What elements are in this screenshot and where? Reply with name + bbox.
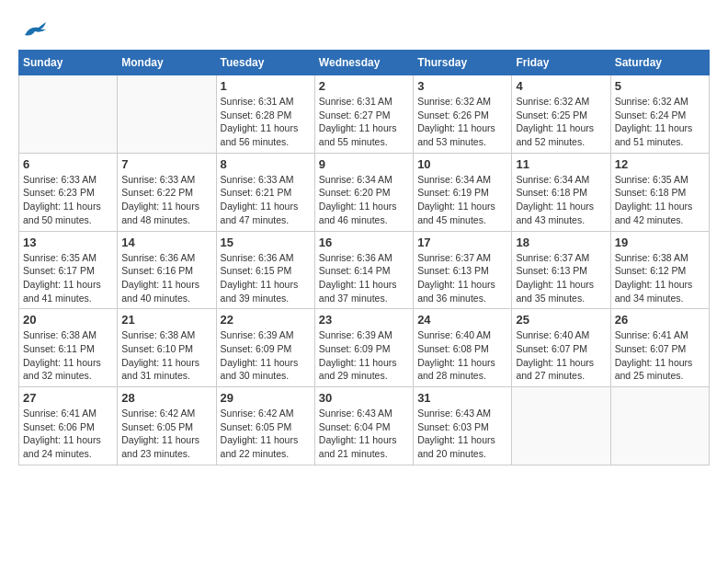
calendar-cell: 19Sunrise: 6:38 AMSunset: 6:12 PMDayligh… <box>610 231 709 309</box>
calendar-cell: 8Sunrise: 6:33 AMSunset: 6:21 PMDaylight… <box>216 153 314 231</box>
page-header <box>18 18 710 40</box>
day-number: 17 <box>417 236 507 249</box>
calendar-cell: 12Sunrise: 6:35 AMSunset: 6:18 PMDayligh… <box>610 153 709 231</box>
day-info: Sunrise: 6:31 AMSunset: 6:27 PMDaylight:… <box>319 95 409 149</box>
day-number: 29 <box>221 391 311 405</box>
day-info: Sunrise: 6:37 AMSunset: 6:13 PMDaylight:… <box>516 251 606 305</box>
day-info: Sunrise: 6:34 AMSunset: 6:20 PMDaylight:… <box>319 173 409 227</box>
day-info: Sunrise: 6:35 AMSunset: 6:18 PMDaylight:… <box>615 173 705 227</box>
calendar-cell <box>610 387 709 465</box>
calendar-cell: 13Sunrise: 6:35 AMSunset: 6:17 PMDayligh… <box>19 231 118 309</box>
calendar-cell: 27Sunrise: 6:41 AMSunset: 6:06 PMDayligh… <box>19 387 118 465</box>
day-info: Sunrise: 6:42 AMSunset: 6:05 PMDaylight:… <box>121 407 211 461</box>
calendar-cell: 23Sunrise: 6:39 AMSunset: 6:09 PMDayligh… <box>314 309 413 387</box>
calendar-cell: 22Sunrise: 6:39 AMSunset: 6:09 PMDayligh… <box>216 309 314 387</box>
day-number: 11 <box>516 157 606 171</box>
calendar-cell: 4Sunrise: 6:32 AMSunset: 6:25 PMDaylight… <box>512 75 610 154</box>
calendar-cell: 30Sunrise: 6:43 AMSunset: 6:04 PMDayligh… <box>314 387 413 465</box>
calendar-cell: 25Sunrise: 6:40 AMSunset: 6:07 PMDayligh… <box>512 309 610 387</box>
calendar-cell: 3Sunrise: 6:32 AMSunset: 6:26 PMDaylight… <box>414 75 512 154</box>
day-info: Sunrise: 6:33 AMSunset: 6:23 PMDaylight:… <box>23 173 113 227</box>
calendar-week-3: 13Sunrise: 6:35 AMSunset: 6:17 PMDayligh… <box>19 231 710 309</box>
day-number: 5 <box>615 79 705 93</box>
day-info: Sunrise: 6:38 AMSunset: 6:10 PMDaylight:… <box>121 328 211 383</box>
day-info: Sunrise: 6:42 AMSunset: 6:05 PMDaylight:… <box>221 407 311 461</box>
day-number: 24 <box>417 313 507 327</box>
calendar-cell: 24Sunrise: 6:40 AMSunset: 6:08 PMDayligh… <box>414 309 512 387</box>
day-number: 13 <box>23 236 113 249</box>
weekday-header-row: SundayMondayTuesdayWednesdayThursdayFrid… <box>19 51 710 75</box>
weekday-header-tuesday: Tuesday <box>216 51 314 75</box>
day-number: 12 <box>615 157 705 171</box>
weekday-header-monday: Monday <box>118 51 216 75</box>
day-info: Sunrise: 6:33 AMSunset: 6:22 PMDaylight:… <box>121 173 211 227</box>
day-number: 1 <box>221 79 311 93</box>
calendar-cell <box>118 75 216 154</box>
day-info: Sunrise: 6:41 AMSunset: 6:06 PMDaylight:… <box>23 407 113 461</box>
calendar-cell: 5Sunrise: 6:32 AMSunset: 6:24 PMDaylight… <box>610 75 709 154</box>
calendar-cell: 26Sunrise: 6:41 AMSunset: 6:07 PMDayligh… <box>610 309 709 387</box>
day-number: 31 <box>417 391 507 405</box>
logo <box>18 18 48 40</box>
calendar-cell: 17Sunrise: 6:37 AMSunset: 6:13 PMDayligh… <box>414 231 512 309</box>
day-number: 21 <box>121 313 211 327</box>
calendar-cell: 9Sunrise: 6:34 AMSunset: 6:20 PMDaylight… <box>314 153 413 231</box>
day-info: Sunrise: 6:33 AMSunset: 6:21 PMDaylight:… <box>221 173 311 227</box>
calendar-cell: 6Sunrise: 6:33 AMSunset: 6:23 PMDaylight… <box>19 153 118 231</box>
day-number: 28 <box>121 391 211 405</box>
day-number: 8 <box>221 157 311 171</box>
day-number: 6 <box>23 157 113 171</box>
calendar-cell: 18Sunrise: 6:37 AMSunset: 6:13 PMDayligh… <box>512 231 610 309</box>
calendar-cell: 21Sunrise: 6:38 AMSunset: 6:10 PMDayligh… <box>118 309 216 387</box>
calendar-cell: 7Sunrise: 6:33 AMSunset: 6:22 PMDaylight… <box>118 153 216 231</box>
calendar-cell: 10Sunrise: 6:34 AMSunset: 6:19 PMDayligh… <box>414 153 512 231</box>
day-info: Sunrise: 6:32 AMSunset: 6:24 PMDaylight:… <box>615 95 705 149</box>
day-number: 9 <box>319 157 409 171</box>
day-info: Sunrise: 6:32 AMSunset: 6:25 PMDaylight:… <box>516 95 606 149</box>
weekday-header-saturday: Saturday <box>610 51 709 75</box>
day-info: Sunrise: 6:40 AMSunset: 6:08 PMDaylight:… <box>417 328 507 383</box>
logo-bird-icon <box>20 18 48 40</box>
day-number: 27 <box>23 391 113 405</box>
calendar-cell <box>19 75 118 154</box>
day-number: 14 <box>121 236 211 249</box>
calendar-cell: 14Sunrise: 6:36 AMSunset: 6:16 PMDayligh… <box>118 231 216 309</box>
calendar-cell: 31Sunrise: 6:43 AMSunset: 6:03 PMDayligh… <box>414 387 512 465</box>
day-info: Sunrise: 6:43 AMSunset: 6:03 PMDaylight:… <box>417 407 507 461</box>
day-info: Sunrise: 6:31 AMSunset: 6:28 PMDaylight:… <box>221 95 311 149</box>
day-number: 10 <box>417 157 507 171</box>
calendar-week-4: 20Sunrise: 6:38 AMSunset: 6:11 PMDayligh… <box>19 309 710 387</box>
day-info: Sunrise: 6:39 AMSunset: 6:09 PMDaylight:… <box>221 328 311 383</box>
day-number: 2 <box>319 79 409 93</box>
day-number: 4 <box>516 79 606 93</box>
weekday-header-sunday: Sunday <box>19 51 118 75</box>
calendar-cell: 1Sunrise: 6:31 AMSunset: 6:28 PMDaylight… <box>216 75 314 154</box>
calendar-week-2: 6Sunrise: 6:33 AMSunset: 6:23 PMDaylight… <box>19 153 710 231</box>
day-number: 19 <box>615 236 705 249</box>
calendar-table: SundayMondayTuesdayWednesdayThursdayFrid… <box>18 50 710 465</box>
calendar-week-5: 27Sunrise: 6:41 AMSunset: 6:06 PMDayligh… <box>19 387 710 465</box>
weekday-header-thursday: Thursday <box>414 51 512 75</box>
calendar-week-1: 1Sunrise: 6:31 AMSunset: 6:28 PMDaylight… <box>19 75 710 154</box>
day-info: Sunrise: 6:38 AMSunset: 6:12 PMDaylight:… <box>615 251 705 305</box>
day-info: Sunrise: 6:41 AMSunset: 6:07 PMDaylight:… <box>615 328 705 383</box>
day-number: 16 <box>319 236 409 249</box>
day-info: Sunrise: 6:43 AMSunset: 6:04 PMDaylight:… <box>319 407 409 461</box>
day-number: 22 <box>221 313 311 327</box>
day-number: 26 <box>615 313 705 327</box>
day-number: 18 <box>516 236 606 249</box>
calendar-cell: 11Sunrise: 6:34 AMSunset: 6:18 PMDayligh… <box>512 153 610 231</box>
calendar-cell: 16Sunrise: 6:36 AMSunset: 6:14 PMDayligh… <box>314 231 413 309</box>
day-info: Sunrise: 6:34 AMSunset: 6:18 PMDaylight:… <box>516 173 606 227</box>
weekday-header-friday: Friday <box>512 51 610 75</box>
day-number: 7 <box>121 157 211 171</box>
calendar-cell: 29Sunrise: 6:42 AMSunset: 6:05 PMDayligh… <box>216 387 314 465</box>
day-number: 23 <box>319 313 409 327</box>
day-info: Sunrise: 6:38 AMSunset: 6:11 PMDaylight:… <box>23 328 113 383</box>
day-info: Sunrise: 6:34 AMSunset: 6:19 PMDaylight:… <box>417 173 507 227</box>
day-info: Sunrise: 6:35 AMSunset: 6:17 PMDaylight:… <box>23 251 113 305</box>
weekday-header-wednesday: Wednesday <box>314 51 413 75</box>
day-info: Sunrise: 6:32 AMSunset: 6:26 PMDaylight:… <box>417 95 507 149</box>
calendar-cell: 15Sunrise: 6:36 AMSunset: 6:15 PMDayligh… <box>216 231 314 309</box>
calendar-cell <box>512 387 610 465</box>
